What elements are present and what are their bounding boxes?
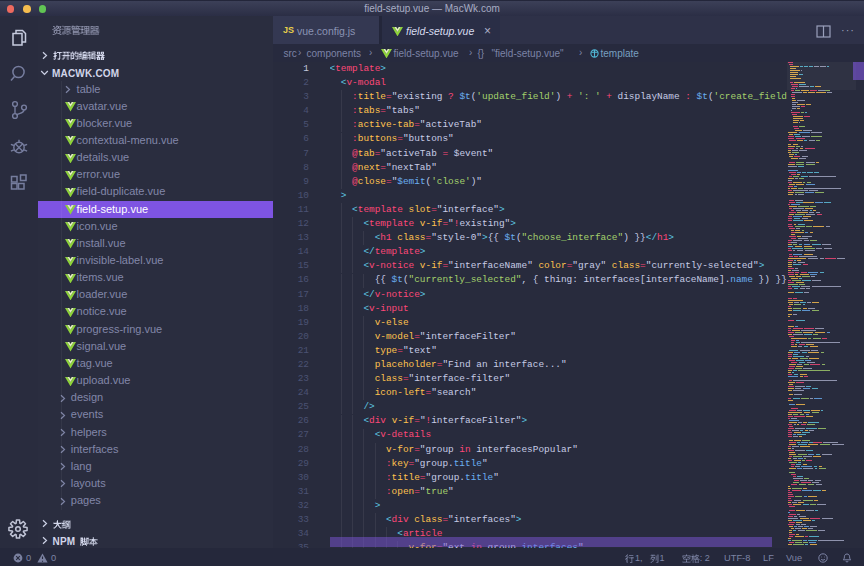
svg-text:: 2: : 2 [700,552,710,562]
svg-text:1,: 1, [635,552,643,562]
svg-text:1: 1 [659,552,664,562]
